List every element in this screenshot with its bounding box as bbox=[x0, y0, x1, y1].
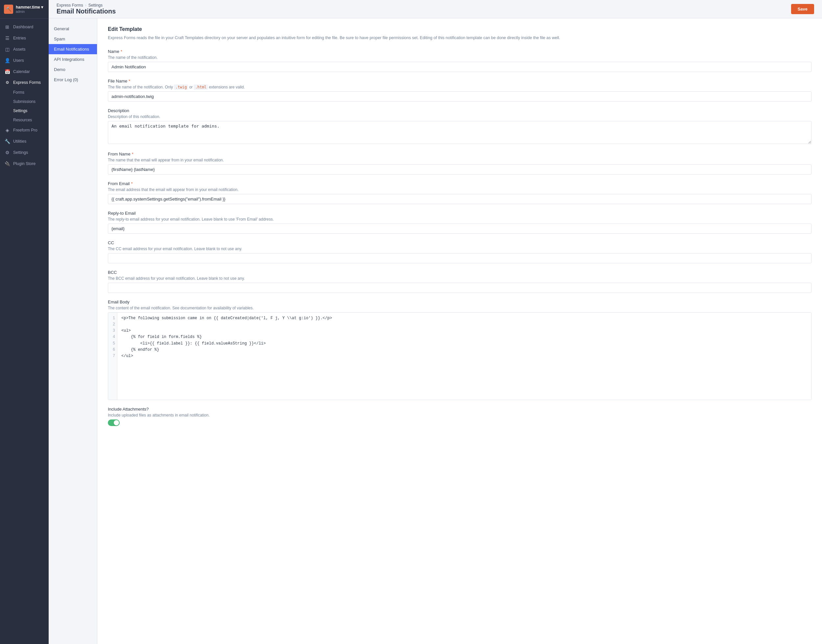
sidebar-item-label: Entries bbox=[13, 36, 26, 40]
reply-to-hint: The reply-to email address for your emai… bbox=[108, 217, 811, 222]
sidebar-sub-submissions[interactable]: Submissions bbox=[0, 97, 49, 106]
code-line: <p>The following submission came in on {… bbox=[121, 315, 807, 322]
utilities-icon: 🔧 bbox=[5, 139, 10, 144]
cc-input[interactable] bbox=[108, 253, 811, 263]
cc-field-group: CC The CC email address for your email n… bbox=[108, 240, 811, 263]
email-body-label: Email Body bbox=[108, 299, 811, 304]
settings-icon: ⚙ bbox=[5, 150, 10, 155]
sub-nav-api-integrations[interactable]: API Integrations bbox=[49, 54, 97, 64]
reply-to-field-group: Reply-to Email The reply-to email addres… bbox=[108, 211, 811, 234]
sub-nav-general[interactable]: General bbox=[49, 24, 97, 34]
calendar-icon: 📅 bbox=[5, 69, 10, 74]
sidebar-item-settings[interactable]: ⚙ Settings bbox=[0, 147, 49, 158]
name-hint: The name of the notification. bbox=[108, 55, 811, 60]
sidebar-item-label: Utilities bbox=[13, 139, 26, 144]
filename-field-group: File Name * The file name of the notific… bbox=[108, 78, 811, 101]
sidebar-item-utilities[interactable]: 🔧 Utilities bbox=[0, 136, 49, 147]
email-body-field-group: Email Body The content of the email noti… bbox=[108, 299, 811, 400]
line-numbers: 1 2 3 4 5 6 7 bbox=[108, 313, 117, 400]
sub-nav-email-notifications[interactable]: Email Notifications bbox=[49, 44, 97, 54]
filename-input[interactable] bbox=[108, 91, 811, 101]
sidebar-nav: ⊞ Dashboard ☰ Entries ◫ Assets 👤 Users 📅… bbox=[0, 19, 49, 644]
bcc-hint: The BCC email address for your email not… bbox=[108, 276, 811, 281]
from-email-field-group: From Email * The email address that the … bbox=[108, 181, 811, 204]
cc-label: CC bbox=[108, 240, 811, 245]
sidebar-item-express-forms[interactable]: ⚙ Express Forms bbox=[0, 77, 49, 88]
description-input[interactable] bbox=[108, 121, 811, 144]
section-title: Edit Template bbox=[108, 26, 811, 32]
name-field-group: Name * The name of the notification. bbox=[108, 49, 811, 72]
topbar: Express Forms › Settings Email Notificat… bbox=[49, 0, 822, 18]
sidebar-sub-settings[interactable]: Settings bbox=[0, 106, 49, 115]
sidebar-item-label: Settings bbox=[13, 150, 28, 155]
breadcrumb-express-forms[interactable]: Express Forms bbox=[57, 3, 83, 8]
include-attachments-toggle[interactable] bbox=[108, 420, 120, 426]
required-indicator: * bbox=[121, 49, 122, 54]
sidebar-sub-resources[interactable]: Resources bbox=[0, 115, 49, 124]
sidebar-item-label: Plugin Store bbox=[13, 161, 35, 166]
required-indicator: * bbox=[132, 152, 133, 156]
code-line: {% for field in form.fields %} bbox=[121, 334, 807, 340]
description-field-group: Description Description of this notifica… bbox=[108, 108, 811, 145]
from-name-label: From Name * bbox=[108, 152, 811, 156]
code-line: <ul> bbox=[121, 328, 807, 334]
sidebar-sub-forms[interactable]: Forms bbox=[0, 88, 49, 97]
code-line: </ul> bbox=[121, 353, 807, 359]
from-name-field-group: From Name * The name that the email will… bbox=[108, 152, 811, 175]
sidebar-item-label: Dashboard bbox=[13, 25, 33, 29]
sidebar-sub-nav: Forms Submissions Settings Resources bbox=[0, 88, 49, 124]
sidebar-item-calendar[interactable]: 📅 Calendar bbox=[0, 66, 49, 77]
filename-hint: The file name of the notification. Only … bbox=[108, 85, 811, 89]
sidebar-item-label: Freeform Pro bbox=[13, 128, 37, 132]
sidebar-item-dashboard[interactable]: ⊞ Dashboard bbox=[0, 21, 49, 32]
sub-nav-error-log[interactable]: Error Log (0) bbox=[49, 75, 97, 85]
cc-hint: The CC email address for your email noti… bbox=[108, 247, 811, 251]
main-area: Express Forms › Settings Email Notificat… bbox=[49, 0, 822, 644]
code-line bbox=[121, 322, 807, 328]
include-attachments-label: Include Attachments? bbox=[108, 407, 811, 412]
users-icon: 👤 bbox=[5, 58, 10, 63]
sidebar-item-plugin-store[interactable]: 🔌 Plugin Store bbox=[0, 158, 49, 169]
from-email-hint: The email address that the email will ap… bbox=[108, 187, 811, 192]
reply-to-input[interactable] bbox=[108, 224, 811, 234]
required-indicator: * bbox=[129, 78, 130, 83]
from-email-input[interactable] bbox=[108, 194, 811, 204]
sidebar-item-assets[interactable]: ◫ Assets bbox=[0, 44, 49, 55]
breadcrumb-settings[interactable]: Settings bbox=[89, 3, 103, 8]
bcc-input[interactable] bbox=[108, 283, 811, 293]
email-body-hint: The content of the email notification. S… bbox=[108, 306, 811, 310]
section-desc: Express Forms reads the file in your Cra… bbox=[108, 35, 811, 41]
code-line: {% endfor %} bbox=[121, 347, 807, 353]
sidebar-item-freeform-pro[interactable]: ◈ Freeform Pro bbox=[0, 124, 49, 136]
email-body-editor[interactable]: 1 2 3 4 5 6 7 bbox=[108, 312, 811, 400]
sub-nav-demo[interactable]: Demo bbox=[49, 64, 97, 75]
include-attachments-field-group: Include Attachments? Include uploaded fi… bbox=[108, 407, 811, 426]
sidebar-item-users[interactable]: 👤 Users bbox=[0, 55, 49, 66]
plugin-store-icon: 🔌 bbox=[5, 161, 10, 166]
from-email-label: From Email * bbox=[108, 181, 811, 186]
reply-to-label: Reply-to Email bbox=[108, 211, 811, 216]
code-content[interactable]: <p>The following submission came in on {… bbox=[117, 313, 811, 400]
bcc-label: BCC bbox=[108, 270, 811, 275]
sidebar-item-label: Express Forms bbox=[13, 80, 41, 85]
sub-sidebar: General Spam Email Notifications API Int… bbox=[49, 18, 97, 644]
save-button[interactable]: Save bbox=[791, 4, 814, 14]
from-name-input[interactable] bbox=[108, 164, 811, 175]
form-area: Edit Template Express Forms reads the fi… bbox=[97, 18, 822, 644]
brand-icon: 🔨 bbox=[4, 5, 13, 14]
sub-nav-spam[interactable]: Spam bbox=[49, 34, 97, 44]
sidebar-item-label: Calendar bbox=[13, 69, 30, 74]
brand-name: hammer.time ▾ bbox=[16, 5, 43, 9]
description-label: Description bbox=[108, 108, 811, 113]
name-input[interactable] bbox=[108, 62, 811, 72]
entries-icon: ☰ bbox=[5, 35, 10, 41]
content-area: General Spam Email Notifications API Int… bbox=[49, 18, 822, 644]
sidebar-item-label: Users bbox=[13, 58, 24, 63]
page-title: Email Notifications bbox=[57, 8, 116, 15]
breadcrumb: Express Forms › Settings bbox=[57, 3, 116, 8]
code-line: <li>{{ field.label }}: {{ field.valueAsS… bbox=[121, 340, 807, 347]
assets-icon: ◫ bbox=[5, 47, 10, 52]
from-name-hint: The name that the email will appear from… bbox=[108, 158, 811, 163]
name-label: Name * bbox=[108, 49, 811, 54]
sidebar-item-entries[interactable]: ☰ Entries bbox=[0, 32, 49, 44]
